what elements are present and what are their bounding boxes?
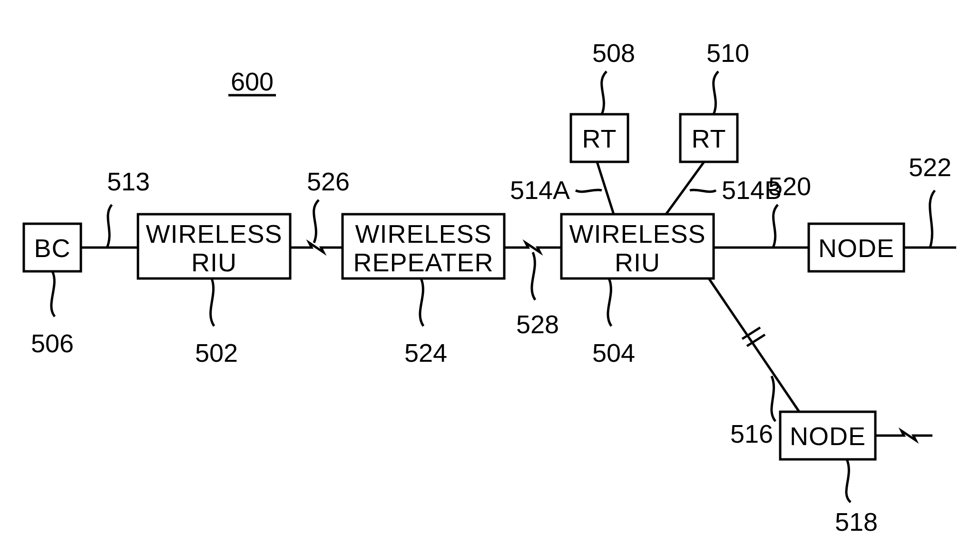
ref-line-513 <box>107 205 112 248</box>
ref-line-528 <box>532 252 535 300</box>
ref-line-506 <box>51 271 55 317</box>
wireless-riu-2-label-line1: WIRELESS <box>569 219 706 248</box>
ref-506: 506 <box>31 329 74 357</box>
node-bottom-label: NODE <box>790 422 866 450</box>
ref-516: 516 <box>730 419 773 448</box>
ref-line-522 <box>930 190 935 248</box>
ref-508: 508 <box>592 39 635 67</box>
wireless-riu-2-label-line2: RIU <box>615 248 660 277</box>
ref-line-524 <box>420 278 423 326</box>
ref-520: 520 <box>768 172 811 200</box>
ref-502: 502 <box>195 338 238 367</box>
wireless-repeater-label-line2: REPEATER <box>353 248 493 277</box>
rt-1-label: RT <box>582 124 617 153</box>
ref-510: 510 <box>706 39 749 67</box>
node-top-label: NODE <box>818 234 894 262</box>
ref-line-516 <box>772 376 775 421</box>
wireless-riu-1-label-line2: RIU <box>191 248 237 277</box>
wireless-repeater-label-line1: WIRELESS <box>355 219 491 248</box>
conn-repeater-riu2 <box>504 243 561 252</box>
ref-526: 526 <box>307 167 350 196</box>
ref-line-518 <box>846 459 851 502</box>
ref-line-504 <box>608 278 611 326</box>
ref-line-514A <box>576 190 602 192</box>
ref-522: 522 <box>909 153 951 181</box>
bc-label: BC <box>34 234 70 262</box>
ref-528: 528 <box>516 310 559 338</box>
conn-riu2-rt1 <box>597 162 614 214</box>
ref-line-526 <box>314 200 319 243</box>
conn-riu1-repeater <box>290 243 343 252</box>
wireless-riu-1-label-line1: WIRELESS <box>146 219 282 248</box>
conn-nodebot-right <box>875 431 932 440</box>
ref-513: 513 <box>107 167 150 196</box>
ref-504: 504 <box>592 338 635 367</box>
conn-riu2-rt2 <box>666 162 704 214</box>
ref-524: 524 <box>404 338 447 367</box>
ref-line-510 <box>714 71 718 114</box>
conn-riu2-nodebot <box>709 278 799 412</box>
ref-line-508 <box>602 71 607 114</box>
diagram-canvas: 600 BC WIRELESS RIU WIRELESS REPEATER WI… <box>0 0 980 536</box>
figure-ref-600: 600 <box>231 67 274 96</box>
ref-518: 518 <box>835 507 878 536</box>
ref-line-502 <box>211 278 214 326</box>
rt-2-label: RT <box>691 124 726 153</box>
ref-line-520 <box>773 205 778 248</box>
ref-514A: 514A <box>510 176 570 204</box>
ref-line-514B <box>690 190 716 192</box>
